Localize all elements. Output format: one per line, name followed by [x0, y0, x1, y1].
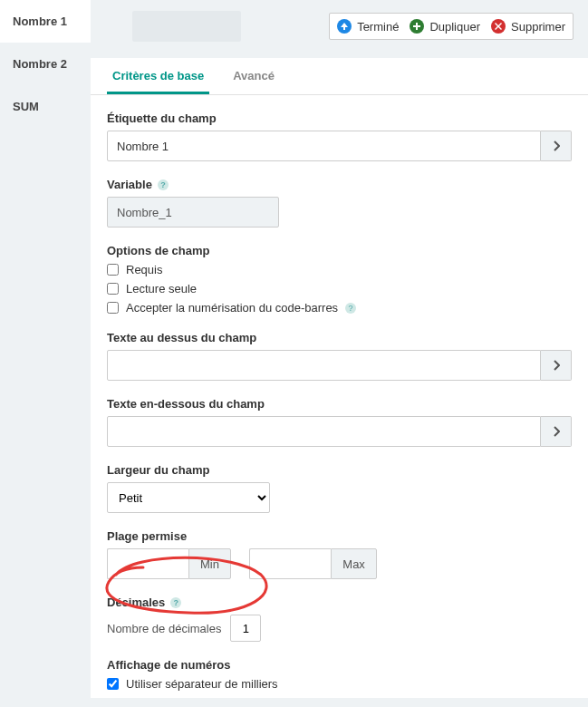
text-below-expand-button[interactable] — [541, 416, 572, 447]
thousands-checkbox[interactable] — [107, 678, 119, 690]
tab-basic[interactable]: Critères de base — [107, 58, 209, 94]
text-above-expand-button[interactable] — [541, 350, 572, 381]
display-title: Affichage de numéros — [107, 658, 572, 672]
readonly-checkbox[interactable] — [107, 283, 119, 295]
delete-button[interactable]: Supprimer — [491, 19, 565, 34]
option-required[interactable]: Requis — [107, 263, 572, 276]
field-label-input[interactable] — [107, 131, 541, 161]
tabs: Critères de base Avancé — [91, 58, 588, 95]
done-label: Terminé — [357, 20, 399, 34]
duplicate-button[interactable]: Dupliquer — [410, 19, 480, 34]
top-actions: Terminé Dupliquer Supprimer — [329, 13, 574, 40]
sidebar-item-sum[interactable]: SUM — [0, 85, 91, 128]
text-above-title: Texte au dessus du champ — [107, 331, 572, 344]
help-icon: ? — [158, 179, 169, 190]
sidebar-item-nombre-1[interactable]: Nombre 1 — [0, 0, 91, 43]
thousands-option[interactable]: Utiliser séparateur de milliers — [107, 677, 572, 691]
range-title: Plage permise — [107, 529, 572, 543]
main-area: Terminé Dupliquer Supprimer Critères — [91, 0, 588, 707]
field-label-title: Étiquette du champ — [107, 111, 572, 125]
option-barcode[interactable]: Accepter la numérisation du code-barres … — [107, 301, 572, 315]
help-icon: ? — [345, 303, 356, 314]
range-separator: - — [238, 557, 242, 571]
text-above-input[interactable] — [107, 350, 541, 381]
done-button[interactable]: Terminé — [337, 19, 399, 34]
sidebar-item-nombre-2[interactable]: Nombre 2 — [0, 43, 91, 85]
decimals-label: Nombre de décimales — [107, 622, 221, 635]
field-label-expand-button[interactable] — [541, 131, 572, 161]
close-icon — [491, 19, 506, 34]
help-icon: ? — [170, 597, 181, 608]
duplicate-label: Dupliquer — [429, 20, 480, 34]
decimals-title: Décimales ? — [107, 596, 572, 609]
range-max-label: Max — [331, 548, 377, 579]
settings-panel: Étiquette du champ Variable ? Options — [91, 95, 588, 698]
options-title: Options de champ — [107, 244, 572, 257]
range-max-input[interactable] — [249, 548, 331, 579]
variable-input — [107, 197, 279, 228]
range-min-input[interactable] — [107, 548, 188, 579]
range-min-label: Min — [188, 548, 231, 579]
text-below-input[interactable] — [107, 416, 541, 447]
thousands-example: Par ex. 1 000 — [127, 696, 572, 698]
decimals-input[interactable] — [230, 615, 261, 642]
sidebar: Nombre 1 Nombre 2 SUM — [0, 0, 91, 707]
barcode-checkbox[interactable] — [107, 302, 119, 314]
top-bar: Terminé Dupliquer Supprimer — [91, 0, 588, 58]
field-type-placeholder — [132, 11, 241, 42]
required-checkbox[interactable] — [107, 264, 119, 276]
option-readonly[interactable]: Lecture seule — [107, 282, 572, 295]
arrow-up-icon — [337, 19, 352, 34]
field-width-title: Largeur du champ — [107, 463, 572, 477]
tab-advanced[interactable]: Avancé — [227, 58, 280, 94]
variable-title: Variable ? — [107, 178, 572, 191]
plus-icon — [410, 19, 424, 34]
text-below-title: Texte en-dessous du champ — [107, 397, 572, 411]
delete-label: Supprimer — [511, 20, 565, 34]
field-width-select[interactable]: Petit — [107, 482, 270, 513]
